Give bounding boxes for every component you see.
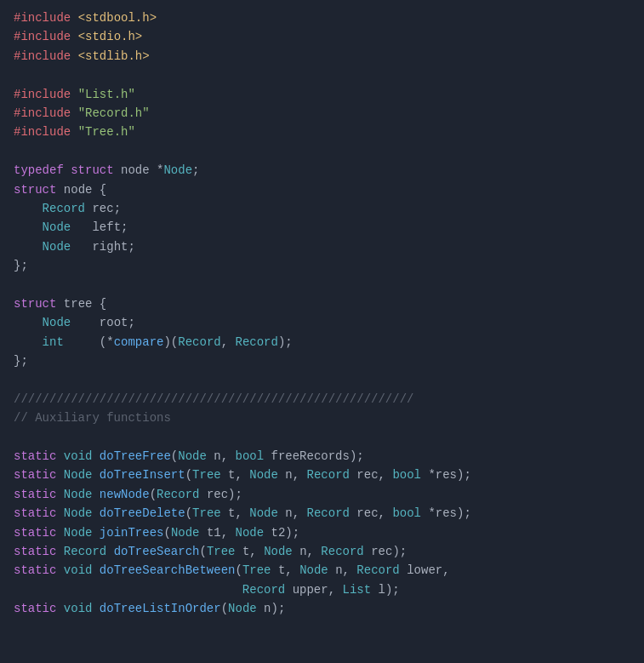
code-line: int (*compare)(Record, Record); [14, 333, 630, 352]
code-line: static Node doTreeDelete(Tree t, Node n,… [14, 504, 630, 523]
code-line: Node right; [14, 237, 630, 256]
string-literal: "Record.h" [78, 106, 150, 120]
keyword: bool [236, 449, 265, 463]
keyword: static [14, 545, 56, 558]
function-name: doTreeFree [100, 449, 171, 463]
code-line: Record rec; [14, 199, 630, 218]
function-name: doTreeInsert [100, 468, 185, 482]
code-line: static void doTreeListInOrder(Node n); [14, 599, 630, 618]
keyword: static [14, 506, 56, 520]
code-line: #include <stdio.h> [14, 27, 630, 46]
code-line: #include "Record.h" [14, 104, 630, 123]
code-line [14, 275, 630, 294]
function-name: doTreeSearch [114, 545, 200, 558]
keyword-int: int [43, 335, 64, 349]
code-line: #include <stdlib.h> [14, 47, 630, 66]
type-name: Node [64, 488, 93, 501]
code-line: static Node doTreeInsert(Tree t, Node n,… [14, 466, 630, 484]
keyword: struct [14, 297, 56, 311]
code-line: static void doTreeSearchBetween(Tree t, … [14, 561, 630, 580]
keyword: struct [71, 163, 113, 177]
header: <stdlib.h> [78, 49, 150, 63]
code-line: static Record doTreeSearch(Tree t, Node … [14, 542, 630, 561]
code-line: Record upper, List l); [14, 580, 630, 599]
code-line: }; [14, 256, 630, 275]
string-literal: "Tree.h" [78, 125, 135, 139]
keyword: #include [14, 30, 71, 43]
type-name: Node [163, 163, 192, 177]
type-name: Node [64, 468, 93, 482]
keyword: static [14, 526, 56, 540]
keyword: #include [14, 49, 71, 63]
function-name: newNode [100, 488, 150, 501]
function-name: doTreeListInOrder [100, 602, 221, 615]
code-line: Node left; [14, 218, 630, 237]
keyword: static [14, 449, 56, 463]
keyword: #include [14, 125, 71, 139]
code-line [14, 142, 630, 161]
keyword: void [64, 602, 93, 615]
header: <stdbool.h> [78, 11, 157, 25]
keyword: #include [14, 106, 71, 120]
code-line: // Auxiliary functions [14, 409, 630, 427]
function-name: doTreeSearchBetween [100, 563, 236, 577]
code-line: struct node { [14, 180, 630, 199]
keyword: static [14, 468, 56, 482]
code-line [14, 370, 630, 389]
keyword: #include [14, 11, 71, 25]
type-name: Record [242, 583, 285, 597]
keyword: static [14, 488, 56, 501]
code-line: ////////////////////////////////////////… [14, 390, 630, 409]
keyword: static [14, 602, 56, 615]
code-line: #include "Tree.h" [14, 123, 630, 141]
comment: ////////////////////////////////////////… [14, 392, 413, 406]
code-line: }; [14, 352, 630, 370]
type-name: Record [64, 545, 106, 558]
code-line [14, 66, 630, 84]
keyword: static [14, 563, 56, 577]
code-line: static Node newNode(Record rec); [14, 485, 630, 504]
comment: // Auxiliary functions [14, 411, 171, 425]
code-editor: #include <stdbool.h> #include <stdio.h> … [0, 0, 644, 663]
keyword: typedef [14, 163, 64, 177]
code-line: #include <stdbool.h> [14, 9, 630, 27]
code-line: static void doTreeFree(Node n, bool free… [14, 447, 630, 466]
code-line [14, 428, 630, 447]
code-line: Node root; [14, 313, 630, 332]
keyword: void [64, 563, 93, 577]
type-name: Record [43, 202, 85, 215]
type-name: Node [64, 506, 93, 520]
code-line: struct tree { [14, 294, 630, 313]
type-name: Node [64, 526, 93, 540]
header: <stdio.h> [78, 30, 143, 43]
code-line: static Node joinTrees(Node t1, Node t2); [14, 523, 630, 542]
function-name: joinTrees [100, 526, 164, 540]
code-line: #include "List.h" [14, 85, 630, 104]
keyword: void [64, 449, 93, 463]
type-name: Node [43, 316, 71, 329]
keyword: struct [14, 183, 56, 197]
keyword: #include [14, 88, 71, 101]
string-literal: "List.h" [78, 88, 135, 101]
code-line: typedef struct node *Node; [14, 161, 630, 180]
type-name: Node [43, 220, 71, 234]
type-name: Node [43, 240, 71, 254]
function-name: doTreeDelete [100, 506, 185, 520]
function-name: compare [114, 335, 164, 349]
